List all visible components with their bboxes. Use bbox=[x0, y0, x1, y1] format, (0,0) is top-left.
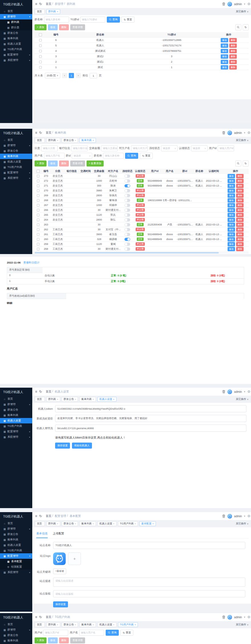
breadcrumb-item[interactable]: 首页 bbox=[46, 390, 51, 394]
freeze-toggle[interactable] bbox=[125, 179, 130, 183]
page-tab[interactable]: 账单列表× bbox=[79, 622, 96, 627]
other-operations-dropdown[interactable]: 其它操作∨ bbox=[236, 10, 248, 13]
new-tag-button[interactable]: +新标签 bbox=[53, 568, 66, 574]
row-checkbox[interactable] bbox=[37, 243, 39, 245]
reset-button[interactable]: ↻重置 bbox=[120, 630, 134, 636]
add-button[interactable]: + 添加 bbox=[35, 160, 47, 167]
page-tab[interactable]: 机器人设置× bbox=[97, 397, 117, 402]
scrollbar-thumb[interactable] bbox=[35, 252, 219, 253]
close-icon[interactable]: × bbox=[57, 623, 58, 626]
filter-input[interactable]: 请选择∨ bbox=[191, 145, 208, 151]
row-checkbox[interactable] bbox=[39, 55, 42, 58]
page-tab[interactable]: 机器人设置× bbox=[97, 622, 117, 627]
settings-icon[interactable]: ⚙ bbox=[247, 131, 250, 135]
breadcrumb-item[interactable]: TG用户列表 bbox=[55, 615, 70, 619]
other-operations-dropdown[interactable]: 其它操作∨ bbox=[236, 522, 248, 526]
row-checkbox[interactable] bbox=[39, 39, 42, 41]
sidebar-item[interactable]: ▦ 配置管理 ▸ bbox=[0, 170, 32, 175]
logo-upload-box[interactable]: + bbox=[68, 552, 81, 565]
row-delete-button[interactable]: 删除 bbox=[236, 189, 244, 193]
delete-button[interactable]: 删除 bbox=[59, 160, 69, 167]
table-refresh-icon[interactable]: ↻ bbox=[243, 24, 249, 30]
row-delete-button[interactable]: 删除 bbox=[236, 208, 244, 212]
sidebar-item[interactable]: ▦ 配置管理 ▸ bbox=[0, 52, 32, 58]
refresh-icon[interactable]: ↻ bbox=[39, 514, 42, 518]
tab-upload-config[interactable]: 上传配置 bbox=[53, 532, 64, 538]
row-edit-button[interactable]: 修改 bbox=[228, 213, 235, 217]
page-tab[interactable]: 群发公告× bbox=[62, 622, 78, 627]
row-edit-button[interactable]: 修改 bbox=[228, 174, 235, 178]
close-icon[interactable]: × bbox=[57, 10, 58, 13]
sidebar-item[interactable]: ▦ 机器人设置 bbox=[0, 41, 32, 47]
robot-token-input[interactable] bbox=[55, 405, 246, 412]
table-refresh-icon[interactable]: ↻ bbox=[243, 160, 249, 167]
row-edit-button[interactable]: 修改 bbox=[228, 218, 235, 222]
row-delete-button[interactable]: 删除 bbox=[236, 198, 244, 203]
row-edit-button[interactable]: 修改 bbox=[221, 54, 228, 59]
row-delete-button[interactable]: 删除 bbox=[229, 38, 237, 42]
add-button[interactable]: + 添加 bbox=[35, 24, 47, 30]
sidebar-item[interactable]: ▦ 群管理 ▸ bbox=[0, 526, 32, 532]
filter-input[interactable]: 请输入分类∨ bbox=[41, 145, 58, 151]
row-delete-button[interactable]: 删除 bbox=[236, 184, 244, 188]
page-number[interactable]: 1 bbox=[69, 73, 74, 78]
sidebar-item[interactable]: ▦ 群发公告 bbox=[0, 407, 32, 413]
filter-input[interactable]: 请输入对方户名∨ bbox=[131, 145, 148, 151]
avatar[interactable] bbox=[227, 130, 232, 135]
other-operations-dropdown[interactable]: 其它操作∨ bbox=[236, 397, 248, 401]
row-delete-button[interactable]: 删除 bbox=[236, 223, 244, 227]
page-tab[interactable]: 首页 bbox=[35, 138, 45, 143]
sidebar-item[interactable]: ▦ 账单列表 bbox=[0, 413, 32, 418]
row-edit-button[interactable]: 修改 bbox=[228, 203, 235, 207]
sidebar-item[interactable]: ▦ 配置管理 ▾ bbox=[0, 553, 32, 559]
close-icon[interactable]: × bbox=[134, 522, 136, 525]
breadcrumb-item[interactable]: 首页 bbox=[46, 615, 51, 619]
sidebar-item[interactable]: ▦ 账单列表 bbox=[0, 154, 32, 159]
sidebar-item[interactable]: ⌂ 首页 bbox=[0, 9, 32, 14]
filter-input[interactable]: 请输入用户名∨ bbox=[44, 153, 65, 159]
freeze-toggle[interactable] bbox=[125, 175, 130, 178]
breadcrumb-item[interactable]: 首页 bbox=[46, 514, 51, 518]
breadcrumb-item[interactable]: 基本配置 bbox=[70, 514, 81, 518]
breadcrumb-item[interactable]: 账单列表 bbox=[55, 131, 66, 135]
row-edit-button[interactable]: 修改 bbox=[228, 247, 235, 251]
row-edit-button[interactable]: 修改 bbox=[228, 232, 235, 237]
sidebar-item[interactable]: ▦ 系统管理 ▸ bbox=[0, 570, 32, 575]
robot-admins-input[interactable] bbox=[55, 425, 246, 432]
save-settings-button[interactable]: 保存设置 bbox=[53, 601, 68, 607]
user-menu[interactable]: admin bbox=[234, 515, 242, 518]
page-tab[interactable]: 群发公告× bbox=[62, 521, 78, 526]
edit-button[interactable]: 修改 bbox=[48, 24, 58, 30]
page-size-select[interactable]: 20条/页∨ bbox=[45, 73, 60, 78]
row-delete-button[interactable]: 删除 bbox=[229, 43, 237, 48]
sidebar-item[interactable]: ▦ 账单列表 bbox=[0, 638, 32, 643]
freeze-toggle[interactable] bbox=[125, 233, 130, 236]
search-button[interactable]: 查询 bbox=[107, 17, 120, 23]
sidebar-item[interactable]: ▦ 群列表 bbox=[0, 19, 32, 25]
row-checkbox[interactable] bbox=[37, 214, 39, 216]
trash-icon[interactable] bbox=[222, 514, 225, 518]
row-delete-button[interactable]: 删除 bbox=[236, 203, 244, 207]
page-tab[interactable]: 首页 bbox=[35, 521, 45, 526]
horizontal-scrollbar[interactable] bbox=[35, 252, 249, 253]
freeze-toggle[interactable] bbox=[125, 228, 130, 231]
row-delete-button[interactable]: 删除 bbox=[236, 237, 244, 241]
search-button[interactable]: 查询 bbox=[106, 630, 119, 636]
row-checkbox[interactable] bbox=[39, 50, 42, 52]
edit-button[interactable]: 修改 bbox=[48, 160, 58, 167]
row-delete-button[interactable]: 删除 bbox=[236, 193, 244, 198]
close-icon[interactable]: × bbox=[113, 623, 115, 626]
close-icon[interactable]: × bbox=[93, 522, 94, 525]
table-search-icon[interactable] bbox=[235, 160, 241, 167]
sidebar-item[interactable]: ▦ 系统管理 ▸ bbox=[0, 434, 32, 440]
row-checkbox[interactable] bbox=[39, 61, 42, 63]
sidebar-item[interactable]: ▦ 配置管理 ▸ bbox=[0, 429, 32, 434]
row-checkbox[interactable] bbox=[37, 223, 39, 226]
site-logo-image[interactable] bbox=[53, 552, 66, 565]
sidebar-item[interactable]: ⌂ 首页 bbox=[0, 396, 32, 402]
close-icon[interactable]: × bbox=[134, 623, 136, 626]
page-tab[interactable]: 基本配置× bbox=[139, 521, 156, 526]
sidebar-item[interactable]: ▦ TG用户列表 bbox=[0, 47, 32, 52]
row-delete-button[interactable]: 删除 bbox=[236, 213, 244, 217]
avatar[interactable] bbox=[227, 615, 232, 620]
